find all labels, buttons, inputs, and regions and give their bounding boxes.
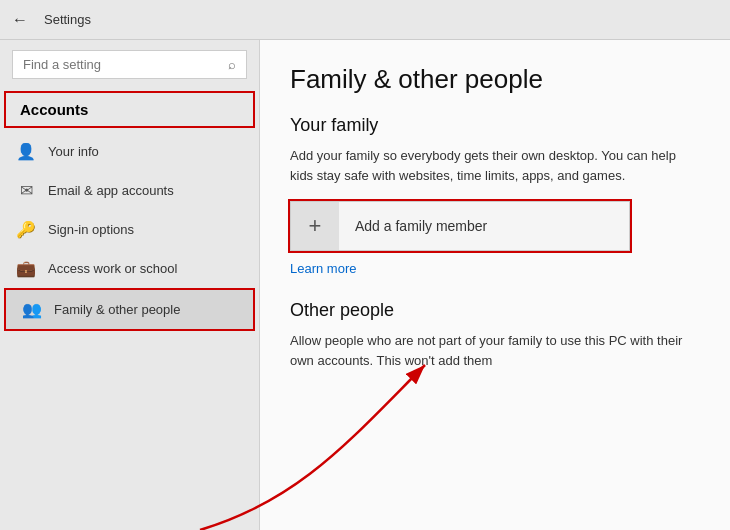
plus-icon: + [291,202,339,250]
person-icon: 👤 [16,142,36,161]
key-icon: 🔑 [16,220,36,239]
other-people-title: Other people [290,300,700,321]
add-family-label: Add a family member [339,218,503,234]
sidebar-item-email-app[interactable]: ✉ Email & app accounts [0,171,259,210]
search-icon: ⌕ [228,57,236,72]
content-area: Family & other people Your family Add yo… [260,40,730,530]
sidebar-item-work-school[interactable]: 💼 Access work or school [0,249,259,288]
sidebar-item-label: Sign-in options [48,222,134,237]
search-box: ⌕ [12,50,247,79]
other-people-desc: Allow people who are not part of your fa… [290,331,700,370]
page-title: Family & other people [290,64,700,95]
accounts-label: Accounts [4,91,255,128]
sidebar: ⌕ Accounts 👤 Your info ✉ Email & app acc… [0,40,260,530]
sidebar-item-label: Email & app accounts [48,183,174,198]
titlebar-title: Settings [44,12,91,27]
sidebar-item-family[interactable]: 👥 Family & other people [4,288,255,331]
your-family-title: Your family [290,115,700,136]
family-icon: 👥 [22,300,42,319]
your-family-desc: Add your family so everybody gets their … [290,146,700,185]
search-input[interactable] [23,57,220,72]
briefcase-icon: 💼 [16,259,36,278]
sidebar-item-signin[interactable]: 🔑 Sign-in options [0,210,259,249]
sidebar-item-label: Your info [48,144,99,159]
titlebar: ← Settings [0,0,730,40]
sidebar-item-label: Access work or school [48,261,177,276]
learn-more-link[interactable]: Learn more [290,261,700,276]
back-button[interactable]: ← [12,11,28,29]
sidebar-item-label: Family & other people [54,302,180,317]
sidebar-item-your-info[interactable]: 👤 Your info [0,132,259,171]
email-icon: ✉ [16,181,36,200]
add-family-button[interactable]: + Add a family member [290,201,630,251]
